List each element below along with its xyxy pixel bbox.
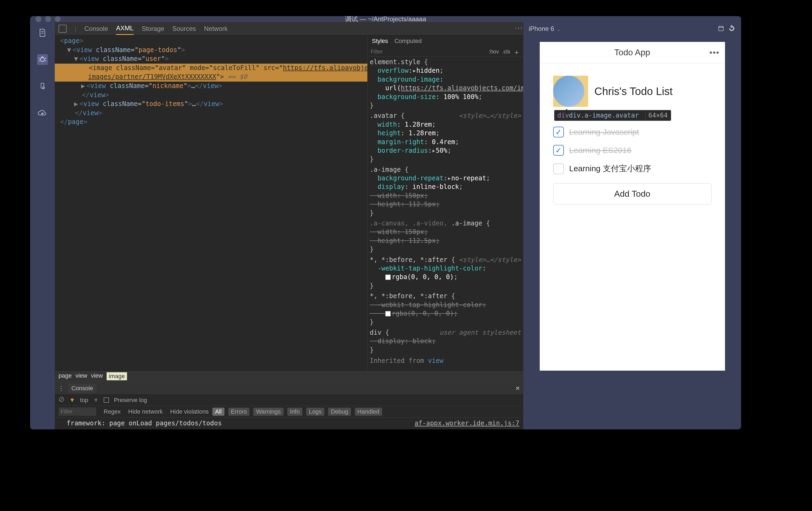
todo-list: ✓ Learning Javascript ✓ Learning ES2016 … [553, 123, 712, 205]
log-msg: framework: page onLoad pages/todos/todos [59, 419, 222, 428]
regex-label: Regex [104, 408, 121, 415]
window-title: 调试 — ~/AntProjects/aaaaa [345, 16, 426, 23]
close-icon[interactable] [35, 16, 41, 22]
phone-screen[interactable]: Todo App ••• Chris's Todo List divdiv.a-… [540, 42, 725, 371]
crumb-view-1[interactable]: view [76, 372, 87, 380]
hide-network-label: Hide network [128, 408, 163, 415]
inspect-icon[interactable] [59, 25, 66, 33]
clear-icon[interactable] [59, 396, 64, 404]
zoom-icon[interactable] [55, 16, 61, 22]
user-row: Chris's Todo List divdiv.a-image.avatar … [553, 76, 712, 107]
device-select[interactable]: iPhone 6 ⌄ [529, 25, 561, 32]
chip-errors[interactable]: Errors [228, 408, 250, 416]
todo-item[interactable]: Learning 支付宝小程序 [553, 159, 712, 178]
hide-violations-label: Hide violations [170, 408, 209, 415]
devtools-body: <page> ▼<view className="page-todos"> ▼<… [55, 35, 523, 370]
console-log[interactable]: framework: page onLoad pages/todos/todos… [55, 418, 523, 429]
todo-label: Learning Javascript [569, 127, 639, 137]
checkbox-checked-icon[interactable]: ✓ [553, 145, 564, 156]
styles-tabs: Styles Computed [368, 35, 523, 47]
reload-icon[interactable] [728, 25, 736, 32]
chip-warnings[interactable]: Warnings [253, 408, 283, 416]
context-top[interactable]: top [80, 397, 88, 404]
file-icon[interactable] [37, 27, 48, 38]
main-area: | Console AXML Storage Sources Network ⋮… [30, 22, 741, 429]
styles-list[interactable]: element.style { overflow:▸hidden; backgr… [368, 57, 523, 370]
phone-header: Todo App ••• [540, 42, 725, 63]
avatar-image [553, 76, 584, 107]
log-source[interactable]: af-appx.worker.ide.min.js:7 [414, 428, 519, 429]
phone-body: Chris's Todo List divdiv.a-image.avatar … [540, 63, 725, 217]
tab-computed[interactable]: Computed [395, 37, 422, 44]
titlebar: 调试 — ~/AntProjects/aaaaa [30, 16, 741, 22]
crumb-page[interactable]: page [59, 372, 72, 380]
svg-point-2 [42, 87, 45, 89]
crumb-image[interactable]: image [107, 372, 127, 380]
cls-toggle[interactable]: .cls [502, 49, 510, 55]
svg-point-0 [40, 58, 45, 62]
chip-info[interactable]: Info [287, 408, 302, 416]
chip-debug[interactable]: Debug [328, 408, 351, 416]
bug-icon[interactable] [37, 54, 48, 65]
console-toolbar: ▼ top ▼ Preserve log [55, 395, 523, 406]
chip-all[interactable]: All [212, 408, 224, 416]
elements-panel[interactable]: <page> ▼<view className="page-todos"> ▼<… [55, 35, 367, 370]
styles-filter-bar: :hov .cls + [368, 47, 523, 57]
sim-canvas: Todo App ••• Chris's Todo List divdiv.a-… [523, 35, 741, 429]
styles-panel: Styles Computed :hov .cls + element.styl… [367, 35, 523, 370]
avatar[interactable] [553, 76, 588, 107]
console-filter-input[interactable] [59, 408, 96, 416]
devtools-tabs: | Console AXML Storage Sources Network ⋮ [55, 22, 523, 35]
list-title: Chris's Todo List [594, 85, 673, 97]
simulator-panel: iPhone 6 ⌄ Todo App ••• [523, 22, 741, 429]
crumb-view-2[interactable]: view [91, 372, 103, 380]
calendar-icon[interactable] [718, 25, 725, 32]
dom-breadcrumb: page view view image [55, 370, 523, 382]
app-title: Todo App [614, 48, 650, 57]
console-drawer: ⋮ Console × ▼ top ▼ Preserve log Regex H… [55, 382, 523, 429]
console-header: ⋮ Console × [55, 382, 523, 395]
tab-styles[interactable]: Styles [372, 37, 388, 44]
more-icon[interactable]: ••• [709, 48, 720, 57]
log-source[interactable]: af-appx.worker.ide.min.js:7 [414, 419, 519, 428]
chip-logs[interactable]: Logs [306, 408, 324, 416]
more-icon[interactable]: ⋮ [515, 24, 523, 33]
chip-handled[interactable]: Handled [355, 408, 382, 416]
todo-item[interactable]: ✓ Learning ES2016 [553, 141, 712, 159]
log-msg: framework: page onShow pages/todos/todos [59, 428, 222, 429]
minimize-icon[interactable] [45, 16, 51, 22]
todo-item[interactable]: ✓ Learning Javascript [553, 123, 712, 141]
hov-toggle[interactable]: :hov [489, 49, 499, 55]
tab-storage[interactable]: Storage [142, 23, 164, 35]
sim-toolbar: iPhone 6 ⌄ [523, 22, 741, 35]
checkbox-unchecked-icon[interactable] [553, 163, 564, 174]
tab-console[interactable]: Console [84, 23, 108, 35]
activity-bar [30, 22, 55, 429]
add-todo-button[interactable]: Add Todo [553, 183, 712, 205]
console-filter-row: Regex Hide network Hide violations All E… [55, 406, 523, 418]
close-icon[interactable]: × [516, 384, 520, 393]
cloud-icon[interactable] [37, 108, 48, 119]
styles-filter-input[interactable] [371, 49, 486, 55]
inspect-tooltip: divdiv.a-image.avatar 64×64 [554, 110, 671, 121]
tab-sources[interactable]: Sources [172, 23, 196, 35]
selected-dom-node[interactable]: <image className="avatar" mode="scaleToF… [55, 64, 367, 73]
tab-network[interactable]: Network [204, 23, 228, 35]
tab-axml[interactable]: AXML [116, 22, 134, 35]
checkbox-checked-icon[interactable]: ✓ [553, 127, 564, 138]
console-label[interactable]: Console [68, 384, 96, 393]
svg-rect-4 [719, 26, 723, 31]
preserve-label: Preserve log [114, 397, 147, 404]
todo-label: Learning ES2016 [569, 146, 632, 155]
devtools: | Console AXML Storage Sources Network ⋮… [55, 22, 523, 429]
more-icon[interactable]: ⋮ [58, 385, 64, 392]
preserve-checkbox[interactable] [104, 397, 109, 403]
phone-icon[interactable] [37, 81, 48, 92]
filter-icon[interactable]: ▼ [69, 397, 75, 404]
ide-window: 调试 — ~/AntProjects/aaaaa | Console AX [30, 16, 741, 429]
add-rule-icon[interactable]: + [514, 48, 520, 55]
todo-label: Learning 支付宝小程序 [569, 163, 651, 174]
